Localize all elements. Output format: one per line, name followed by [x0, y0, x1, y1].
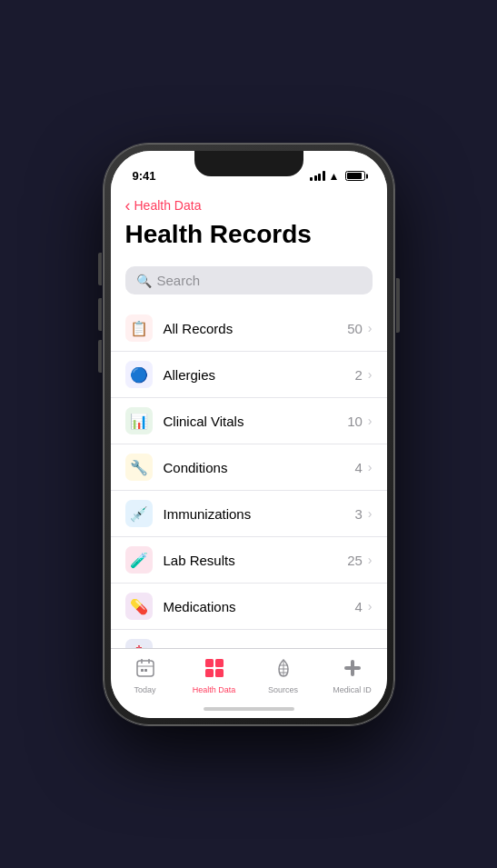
all-records-icon: 📋	[125, 314, 153, 342]
signal-icon	[310, 171, 325, 181]
allergies-icon: 🔵	[125, 361, 153, 388]
list-item-allergies[interactable]: 🔵 Allergies 2 ›	[111, 352, 387, 398]
nav-back[interactable]: ‹ Health Data	[111, 191, 387, 219]
lab-results-icon: 🧪	[125, 546, 153, 574]
status-icons: ▲	[310, 170, 364, 183]
svg-rect-4	[141, 669, 144, 672]
immunizations-count: 3	[354, 506, 362, 522]
svg-rect-5	[144, 669, 147, 672]
conditions-label: Conditions	[164, 460, 355, 475]
svg-rect-8	[205, 669, 214, 677]
notch	[194, 151, 303, 176]
tab-health-data[interactable]: Health Data	[180, 656, 249, 696]
list-item-conditions[interactable]: 🔧 Conditions 4 ›	[111, 444, 387, 491]
screen-content: ‹ Health Data Health Records 🔍 Search 📋 …	[111, 191, 387, 648]
wifi-icon: ▲	[329, 170, 340, 183]
lab-results-label: Lab Results	[164, 553, 348, 568]
svg-rect-6	[205, 659, 214, 667]
phone-screen: 9:41 ▲ ‹ Health Data Health Records	[111, 151, 387, 718]
svg-rect-15	[344, 666, 361, 670]
status-bar: 9:41 ▲	[111, 151, 387, 191]
medications-label: Medications	[164, 599, 355, 614]
allergies-label: Allergies	[164, 367, 355, 383]
records-list: 📋 All Records 50 › 🔵 Allergies 2 › 📊 Cli…	[111, 305, 387, 647]
allergies-chevron-icon: ›	[368, 367, 373, 382]
medications-chevron-icon: ›	[368, 599, 373, 614]
page-header: Health Records	[111, 219, 387, 260]
procedures-icon: 🏥	[125, 639, 153, 647]
back-chevron-icon: ‹	[125, 196, 131, 215]
back-label: Health Data	[134, 198, 202, 213]
conditions-count: 4	[354, 460, 362, 475]
medications-count: 4	[354, 599, 362, 614]
medical-id-tab-icon	[343, 658, 363, 683]
medications-icon: 💊	[125, 593, 153, 620]
svg-rect-0	[137, 661, 154, 676]
clinical-vitals-chevron-icon: ›	[368, 414, 373, 428]
list-item-lab-results[interactable]: 🧪 Lab Results 25 ›	[111, 537, 387, 584]
lab-results-count: 25	[347, 553, 363, 568]
search-icon: 🔍	[136, 274, 152, 288]
tab-medical-id[interactable]: Medical ID	[318, 656, 387, 696]
status-time: 9:41	[133, 169, 156, 183]
list-item-medications[interactable]: 💊 Medications 4 ›	[111, 584, 387, 630]
procedures-chevron-icon: ›	[368, 645, 373, 647]
home-indicator	[111, 700, 387, 718]
tab-today[interactable]: Today	[111, 656, 180, 696]
svg-rect-9	[215, 669, 224, 677]
lab-results-chevron-icon: ›	[368, 553, 373, 567]
search-container: 🔍 Search	[111, 259, 387, 305]
list-item-procedures[interactable]: 🏥 Procedures 2 ›	[111, 630, 387, 647]
list-item-clinical-vitals[interactable]: 📊 Clinical Vitals 10 ›	[111, 398, 387, 444]
all-records-label: All Records	[164, 321, 348, 336]
clinical-vitals-label: Clinical Vitals	[164, 414, 348, 429]
search-placeholder: Search	[157, 273, 201, 288]
immunizations-icon: 💉	[125, 500, 153, 527]
procedures-count: 2	[354, 645, 362, 648]
clinical-vitals-count: 10	[347, 414, 363, 429]
today-tab-label: Today	[134, 685, 155, 694]
search-bar[interactable]: 🔍 Search	[125, 266, 373, 294]
procedures-label: Procedures	[164, 645, 355, 648]
today-tab-icon	[135, 658, 155, 683]
phone-frame: 9:41 ▲ ‹ Health Data Health Records	[104, 144, 394, 725]
list-item-immunizations[interactable]: 💉 Immunizations 3 ›	[111, 491, 387, 537]
home-bar	[204, 707, 294, 711]
page-title: Health Records	[125, 221, 373, 249]
all-records-count: 50	[347, 321, 363, 336]
immunizations-chevron-icon: ›	[368, 506, 373, 521]
allergies-count: 2	[354, 367, 362, 383]
all-records-chevron-icon: ›	[368, 321, 373, 335]
sources-tab-label: Sources	[268, 685, 298, 694]
immunizations-label: Immunizations	[164, 506, 355, 522]
clinical-vitals-icon: 📊	[125, 407, 153, 434]
battery-icon	[345, 171, 365, 181]
svg-rect-7	[215, 659, 224, 667]
sources-tab-icon	[273, 658, 293, 683]
health-data-tab-icon	[204, 658, 224, 683]
list-item-all-records[interactable]: 📋 All Records 50 ›	[111, 305, 387, 352]
medical-id-tab-label: Medical ID	[333, 685, 372, 694]
health-data-tab-label: Health Data	[193, 685, 236, 694]
tab-sources[interactable]: Sources	[249, 656, 318, 696]
conditions-chevron-icon: ›	[368, 460, 373, 474]
tab-bar: Today Health Data Sources Medical ID	[111, 648, 387, 700]
conditions-icon: 🔧	[125, 454, 153, 481]
